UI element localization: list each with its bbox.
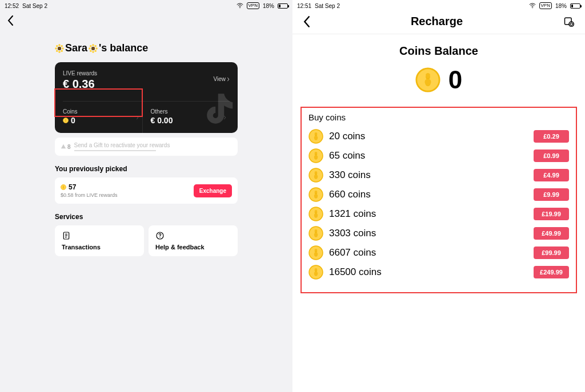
service-help[interactable]: Help & feedback [149,225,238,256]
coin-icon [308,207,323,221]
coins-value: 0 [71,116,75,125]
coin-offer-label: 660 coins [329,189,371,200]
buy-coins-title: Buy coins [308,112,574,122]
coins-label: Coins [63,108,142,115]
coin-offer-row[interactable]: 660 coins£9.99 [304,185,574,204]
coin-icon [308,245,323,260]
picked-amount: 57 [69,183,76,191]
others-cell[interactable]: Others € 0.00 [142,102,230,133]
back-button[interactable] [7,15,14,26]
coin-icon [63,118,69,123]
coin-icon [308,187,323,202]
balance-screen: 12:52 Sat Sep 2 VPN 18% Sara 's balance [0,0,292,392]
coin-offer-label: 20 coins [329,131,365,142]
status-bar-left: 12:52 Sat Sep 2 VPN 18% [0,0,292,11]
vpn-indicator: VPN [247,2,259,9]
recharge-title: Recharge [310,15,563,28]
coins-cell[interactable]: Coins 0 [63,102,142,133]
coin-offer-label: 1321 coins [329,208,376,220]
price-button[interactable]: £0.99 [534,149,569,162]
picked-subtext: $0.58 from LIVE rewards [61,192,118,198]
coin-offer-label: 16500 coins [329,266,382,278]
rewards-card: LIVE rewards € 0.36 View Coins 0 [55,62,238,133]
battery-icon [570,3,580,9]
gift-message: Send a Gift to reactivate your rewards [74,142,232,148]
chevron-left-icon [303,15,310,28]
services-section-title: Services [55,213,238,221]
chevron-left-icon [7,15,14,26]
coin-icon [308,168,323,183]
receipt-icon [62,231,71,240]
sunflower-icon [89,44,98,53]
coin-icon [308,265,323,280]
gift-banner[interactable]: 8 Send a Gift to reactivate your rewards [55,138,238,156]
coin-icon [308,129,323,144]
coin-offer-row[interactable]: 1321 coins£19.99 [304,204,574,224]
wifi-icon [237,2,243,9]
view-link[interactable]: View [214,76,230,82]
vpn-indicator: VPN [539,2,552,9]
coin-offer-label: 6607 coins [329,247,376,258]
coin-icon [308,226,323,241]
coin-offer-label: 3303 coins [329,228,376,239]
exchange-button[interactable]: Exchange [194,184,232,197]
price-button[interactable]: £49.99 [534,227,569,240]
price-button[interactable]: £4.99 [534,169,569,181]
live-rewards-label: LIVE rewards [63,70,97,76]
user-name: Sara [65,42,87,54]
chevron-right-icon [223,115,226,120]
coins-balance-value: 0 [448,66,462,94]
status-time: 12:52 [5,3,19,9]
coins-balance-title: Coins Balance [292,45,585,58]
chevron-right-icon [227,77,230,82]
transactions-icon-button[interactable] [563,16,575,27]
status-time: 12:51 [297,3,311,9]
others-value: € 0.00 [151,116,230,125]
coins-balance-row: 0 [292,66,585,94]
buy-coins-section: Buy coins 20 coins£0.2965 coins£0.99330 … [300,107,577,293]
coin-offer-label: 65 coins [329,150,365,161]
service-transactions[interactable]: Transactions [55,225,144,256]
coin-offer-row[interactable]: 20 coins£0.29 [304,127,574,146]
coin-icon [308,148,323,163]
battery-percent: 18% [263,3,274,9]
coin-offer-row[interactable]: 16500 coins£249.99 [304,262,574,282]
chevron-right-icon [136,115,139,120]
battery-percent: 18% [555,3,567,9]
coin-offer-label: 330 coins [329,169,371,181]
status-date: Sat Sep 2 [22,3,47,9]
price-button[interactable]: £249.99 [534,266,569,278]
status-date: Sat Sep 2 [315,3,340,9]
price-button[interactable]: £99.99 [534,246,569,259]
wifi-icon [529,2,536,9]
page-title: Sara 's balance [55,42,238,54]
picked-card: 57 $0.58 from LIVE rewards Exchange [55,177,238,204]
live-rewards-amount: € 0.36 [63,78,97,91]
coin-icon [415,67,440,92]
svg-point-17 [159,237,160,237]
price-button[interactable]: £9.99 [534,188,569,201]
coin-icon [61,184,66,190]
recharge-header: Recharge [292,11,585,34]
title-suffix: 's balance [99,42,148,54]
picked-section-title: You previously picked [55,165,238,173]
coin-offer-row[interactable]: 330 coins£4.99 [304,165,574,185]
help-icon [155,231,165,240]
status-bar-right: 12:51 Sat Sep 2 VPN 18% [292,0,585,11]
coin-offer-row[interactable]: 6607 coins£99.99 [304,243,574,262]
sunflower-icon [55,44,64,53]
recharge-screen: 12:51 Sat Sep 2 VPN 18% Recharge Coins B… [292,0,585,392]
transactions-icon [563,16,575,27]
coin-offer-row[interactable]: 3303 coins£49.99 [304,224,574,243]
battery-icon [278,3,288,9]
alert-badge: 8 [61,144,71,150]
back-button[interactable] [303,15,310,28]
coin-offer-row[interactable]: 65 coins£0.99 [304,146,574,165]
others-label: Others [151,108,230,115]
warning-icon [61,144,66,149]
price-button[interactable]: £19.99 [534,208,569,220]
price-button[interactable]: £0.29 [534,130,569,143]
progress-bar [74,150,157,151]
